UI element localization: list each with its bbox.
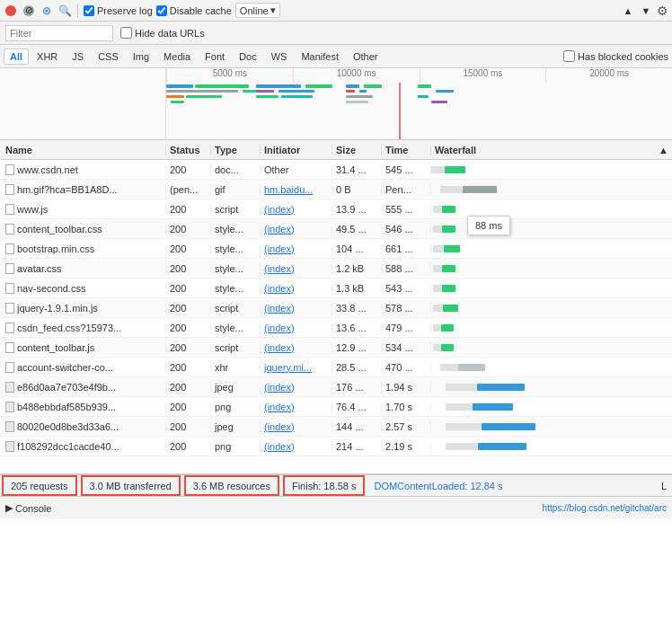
file-icon (5, 362, 14, 373)
tab-xhr[interactable]: XHR (31, 49, 64, 65)
cell-size: 144 ... (332, 421, 382, 432)
search-icon[interactable]: 🔍 (57, 4, 72, 18)
svg-rect-7 (256, 84, 301, 88)
table-row[interactable]: f108292dcc1cacde40... 200 png (index) 21… (0, 437, 672, 456)
console-button[interactable]: ▶ Console (5, 502, 51, 514)
table-row[interactable]: b488ebbdaf585b939... 200 png (index) 76.… (0, 397, 672, 417)
svg-rect-2 (166, 90, 238, 93)
tab-css[interactable]: CSS (92, 49, 125, 65)
cell-name: avatar.css (0, 263, 166, 274)
cell-initiator[interactable]: (index) (261, 402, 332, 412)
download-icon[interactable]: ▼ (639, 4, 653, 18)
tab-js[interactable]: JS (66, 49, 90, 65)
table-row[interactable]: jquery-1.9.1.min.js 200 script (index) 3… (0, 298, 672, 318)
cell-initiator[interactable]: (index) (261, 303, 332, 314)
col-time-header[interactable]: Time (382, 145, 431, 155)
cell-initiator[interactable]: hm.baidu... (261, 184, 332, 195)
table-row[interactable]: hm.gif?hca=BB1A8D... (pen... gif hm.baid… (0, 180, 672, 199)
preserve-log-checkbox[interactable]: Preserve log (84, 5, 153, 16)
disable-cache-input[interactable] (156, 5, 167, 16)
cell-type: script (211, 303, 261, 314)
cell-status: 200 (166, 204, 211, 215)
hide-data-urls-input[interactable] (120, 27, 132, 39)
tab-media[interactable]: Media (157, 49, 197, 65)
svg-rect-10 (279, 90, 314, 93)
online-dropdown[interactable]: Online ▾ (235, 3, 280, 18)
tab-doc[interactable]: Doc (233, 49, 263, 65)
file-icon (5, 204, 14, 215)
table-row[interactable]: nav-second.css 200 style... (index) 1.3 … (0, 279, 672, 298)
table-row[interactable]: 80020e0d8be3d33a6... 200 jpeg (index) 14… (0, 417, 672, 437)
table-row[interactable]: content_toolbar.css 200 style... (index)… (0, 219, 672, 239)
cell-initiator[interactable]: (index) (261, 342, 332, 353)
url-display: https://blog.csdn.net/gitchat/arc (58, 503, 667, 513)
cell-initiator[interactable]: (index) (261, 283, 332, 294)
cell-waterfall (431, 239, 672, 259)
table-row[interactable]: bootstrap.min.css 200 style... (index) 1… (0, 239, 672, 259)
cell-initiator[interactable]: (index) (261, 243, 332, 254)
tab-other[interactable]: Other (347, 49, 385, 65)
cell-time: 545 ... (382, 164, 431, 175)
cell-size: 104 ... (332, 243, 382, 254)
tab-font[interactable]: Font (199, 49, 231, 65)
has-blocked-cookies[interactable]: Has blocked cookies (563, 50, 668, 62)
filter-icon[interactable]: ⊛ (40, 4, 54, 18)
svg-rect-19 (346, 101, 368, 103)
tab-ws[interactable]: WS (265, 49, 294, 65)
table-row[interactable]: account-switcher-co... 200 xhr jquery.mi… (0, 358, 672, 377)
disable-cache-checkbox[interactable]: Disable cache (156, 5, 232, 16)
cell-size: 214 ... (332, 441, 382, 452)
col-initiator-header[interactable]: Initiator (261, 145, 332, 155)
table-row[interactable]: content_toolbar.js 200 script (index) 12… (0, 338, 672, 358)
filter-input[interactable] (5, 25, 113, 41)
col-type-header[interactable]: Type (211, 145, 261, 155)
col-waterfall-header[interactable]: Waterfall ▲ (431, 145, 672, 155)
cell-initiator[interactable]: (index) (261, 441, 332, 452)
load-indicator[interactable]: L (656, 481, 672, 491)
table-row[interactable]: www.csdn.net 200 doc... Other 31.4 ... 5… (0, 160, 672, 180)
cell-name: account-switcher-co... (0, 362, 166, 373)
svg-rect-8 (305, 84, 332, 88)
cell-waterfall (431, 318, 672, 338)
cell-initiator[interactable]: (index) (261, 421, 332, 432)
table-row[interactable]: e86d0aa7e703e4f9b... 200 jpeg (index) 17… (0, 377, 672, 397)
cell-waterfall (431, 358, 672, 377)
cell-type: doc... (211, 164, 261, 175)
cell-initiator: Other (261, 164, 332, 175)
requests-count: 205 requests (2, 475, 77, 496)
cell-initiator[interactable]: (index) (261, 382, 332, 393)
col-size-header[interactable]: Size (332, 145, 382, 155)
cell-initiator[interactable]: (index) (261, 224, 332, 234)
table-row[interactable]: avatar.css 200 style... (index) 1.2 kB 5… (0, 259, 672, 279)
timeline-markers: 5000 ms 10000 ms 15000 ms 20000 ms (166, 68, 672, 83)
cell-type: script (211, 342, 261, 353)
has-blocked-input[interactable] (563, 50, 575, 62)
cell-type: gif (211, 184, 261, 195)
table-row[interactable]: csdn_feed.css?15973... 200 style... (ind… (0, 318, 672, 338)
upload-icon[interactable]: ▲ (621, 4, 635, 18)
cell-time: 555 ... (382, 204, 431, 215)
col-name-header[interactable]: Name (0, 145, 166, 155)
cell-initiator[interactable]: jquery.mi... (261, 362, 332, 373)
tab-all[interactable]: All (4, 49, 29, 65)
preserve-log-input[interactable] (84, 5, 94, 16)
tab-img[interactable]: Img (127, 49, 155, 65)
record-button[interactable] (4, 4, 18, 18)
svg-rect-9 (256, 90, 274, 93)
cell-initiator[interactable]: (index) (261, 323, 332, 333)
hide-data-urls-checkbox[interactable]: Hide data URLs (120, 27, 205, 39)
console-label: Console (15, 503, 51, 514)
stop-button[interactable]: ⊘ (22, 4, 36, 18)
cell-status: 200 (166, 224, 211, 234)
tab-manifest[interactable]: Manifest (295, 49, 345, 65)
table-row[interactable]: www.js 200 script (index) 13.9 ... 555 .… (0, 199, 672, 219)
settings-icon[interactable]: ⚙ (657, 4, 668, 18)
separator (77, 4, 78, 18)
col-status-header[interactable]: Status (166, 145, 211, 155)
cell-initiator[interactable]: (index) (261, 263, 332, 274)
chevron-down-icon: ▾ (270, 4, 276, 16)
file-icon (5, 283, 14, 294)
cell-waterfall (431, 259, 672, 279)
cell-type: xhr (211, 362, 261, 373)
cell-initiator[interactable]: (index) (261, 204, 332, 215)
